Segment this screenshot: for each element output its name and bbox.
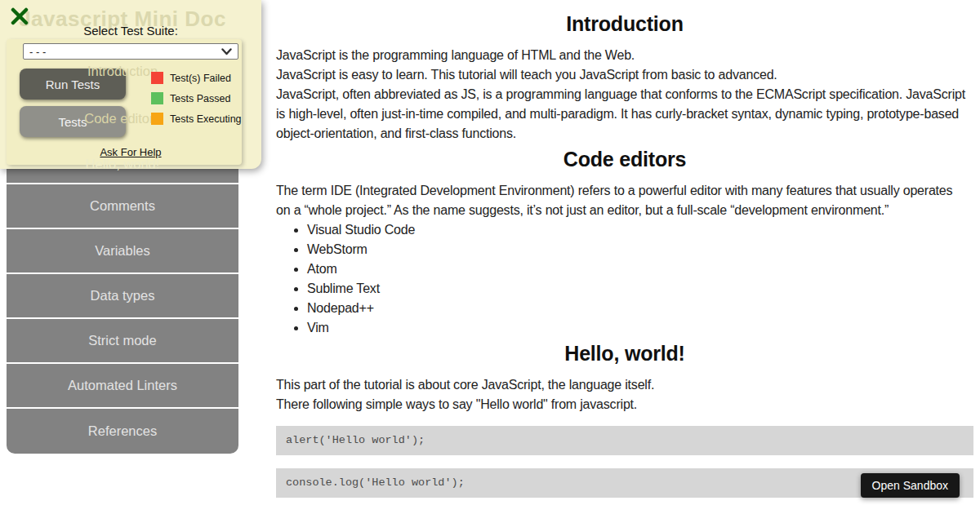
sidebar-item-references[interactable]: References [7, 409, 238, 454]
editor-list-item: WebStorm [307, 240, 973, 259]
sidebar-item-data-types[interactable]: Data types [7, 274, 238, 319]
close-icon [11, 7, 29, 25]
legend-label: Tests Executing [170, 113, 242, 125]
failed-color-swatch [151, 72, 163, 84]
paragraph: There following simple ways to say "Hell… [276, 395, 973, 414]
paragraph: This part of the tutorial is about core … [276, 375, 973, 395]
tests-button[interactable]: Tests [20, 106, 126, 137]
hello-world-heading: Hello, world! [276, 341, 973, 366]
open-sandbox-button[interactable]: Open Sandbox [861, 473, 960, 498]
sidebar-item-comments[interactable]: Comments [7, 184, 238, 229]
legend-row-failed: Test(s) Failed [151, 72, 242, 84]
test-suite-select[interactable]: - - - [23, 43, 238, 60]
sidebar-item-automated-linters[interactable]: Automated Linters [7, 364, 238, 409]
sidebar-item-label: Automated Linters [68, 378, 177, 393]
editor-list-item: Nodepad++ [307, 299, 973, 318]
sidebar-item-label: Variables [95, 243, 150, 259]
editor-list-item: Visual Studio Code [307, 220, 973, 240]
run-tests-button[interactable]: Run Tests [20, 69, 126, 100]
executing-color-swatch [151, 113, 163, 125]
paragraph: JavaScript is easy to learn. This tutori… [276, 65, 973, 85]
section-code-editors: Code editors The term IDE (Integrated De… [276, 147, 973, 338]
main-content: Introduction JavaScript is the programmi… [276, 0, 973, 498]
sidebar-item-label: Data types [91, 288, 155, 304]
sidebar-item-label: Comments [90, 198, 155, 214]
paragraph: JavaScript, often abbreviated as JS, is … [276, 85, 973, 144]
legend-label: Tests Passed [170, 93, 230, 104]
legend-row-passed: Tests Passed [151, 92, 242, 104]
chevron-down-icon [221, 48, 232, 55]
sidebar-item-strict-mode[interactable]: Strict mode [7, 319, 238, 364]
sidebar-item-label: References [88, 423, 157, 439]
introduction-heading: Introduction [276, 11, 973, 36]
sidebar-item-variables[interactable]: Variables [7, 229, 238, 274]
legend-row-executing: Tests Executing [151, 113, 242, 125]
paragraph: JavaScript is the programming language o… [276, 46, 973, 65]
editor-list-item: Vim [307, 318, 973, 338]
sidebar-item-label: Strict mode [88, 333, 156, 348]
test-status-legend: Test(s) Failed Tests Passed Tests Execut… [151, 72, 242, 133]
code-block-alert: alert('Hello world'); [276, 426, 973, 455]
ask-for-help-link[interactable]: Ask For Help [0, 146, 261, 158]
editor-list: Visual Studio Code WebStorm Atom Sublime… [276, 220, 973, 338]
editor-list-item: Atom [307, 259, 973, 279]
legend-label: Test(s) Failed [170, 73, 231, 84]
passed-color-swatch [151, 92, 163, 104]
paragraph: The term IDE (Integrated Development Env… [276, 181, 973, 220]
editor-list-item: Sublime Text [307, 279, 973, 299]
select-test-suite-label: Select Test Suite: [0, 24, 261, 38]
code-editors-heading: Code editors [276, 147, 973, 171]
section-introduction: Introduction JavaScript is the programmi… [276, 11, 973, 144]
test-suite-select-value: - - - [29, 46, 46, 58]
